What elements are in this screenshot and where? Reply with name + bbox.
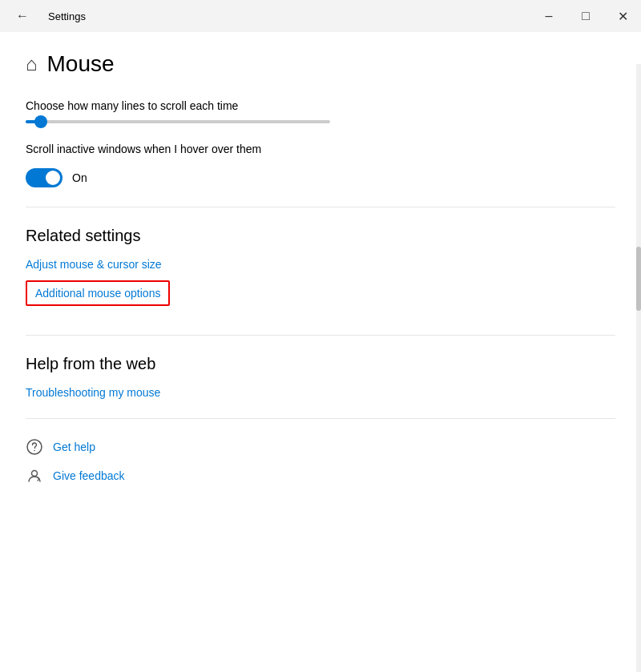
page-title: Mouse [47, 51, 115, 77]
get-help-icon [26, 438, 43, 456]
scrollbar[interactable] [636, 64, 641, 672]
additional-mouse-options-link[interactable]: Additional mouse options [26, 280, 170, 306]
scroll-lines-slider-container[interactable] [26, 120, 615, 123]
slider-thumb[interactable] [34, 115, 47, 128]
svg-point-1 [34, 450, 35, 452]
title-bar-left: ← Settings [10, 6, 86, 26]
scroll-inactive-toggle[interactable] [26, 168, 62, 187]
title-bar-controls: – □ ✕ [530, 0, 641, 32]
scroll-inactive-section: Scroll inactive windows when I hover ove… [26, 143, 615, 187]
minimize-button[interactable]: – [530, 0, 567, 32]
title-bar: ← Settings – □ ✕ [0, 0, 641, 32]
slider-track [26, 120, 330, 123]
give-feedback-icon [26, 467, 43, 485]
toggle-track [26, 168, 62, 187]
scrollbar-thumb[interactable] [636, 247, 641, 311]
help-section: Help from the web Troubleshooting my mou… [26, 355, 615, 399]
toggle-thumb [46, 171, 60, 185]
divider-3 [26, 418, 615, 419]
back-button[interactable]: ← [10, 6, 35, 26]
scroll-inactive-toggle-row: On [26, 168, 615, 187]
give-feedback-label: Give feedback [53, 469, 125, 482]
scroll-inactive-label: Scroll inactive windows when I hover ove… [26, 143, 615, 155]
title-bar-title: Settings [48, 10, 86, 22]
page-header: ⌂ Mouse [26, 51, 615, 77]
give-feedback-row[interactable]: Give feedback [26, 467, 615, 485]
get-help-row[interactable]: Get help [26, 438, 615, 456]
content-area: ⌂ Mouse Choose how many lines to scroll … [0, 32, 641, 672]
help-heading: Help from the web [26, 355, 615, 373]
related-settings-heading: Related settings [26, 227, 615, 245]
divider-1 [26, 207, 615, 207]
svg-point-2 [32, 471, 38, 477]
scroll-lines-label: Choose how many lines to scroll each tim… [26, 99, 615, 112]
close-button[interactable]: ✕ [604, 0, 641, 32]
adjust-mouse-cursor-link[interactable]: Adjust mouse & cursor size [26, 258, 615, 271]
scroll-lines-section: Choose how many lines to scroll each tim… [26, 99, 615, 123]
troubleshooting-link[interactable]: Troubleshooting my mouse [26, 386, 615, 399]
main-wrapper: ⌂ Mouse Choose how many lines to scroll … [0, 32, 641, 672]
maximize-button[interactable]: □ [567, 0, 604, 32]
get-help-label: Get help [53, 441, 95, 453]
related-settings-section: Related settings Adjust mouse & cursor s… [26, 227, 615, 316]
toggle-state-label: On [72, 171, 87, 184]
divider-2 [26, 335, 615, 336]
home-icon: ⌂ [26, 53, 38, 75]
